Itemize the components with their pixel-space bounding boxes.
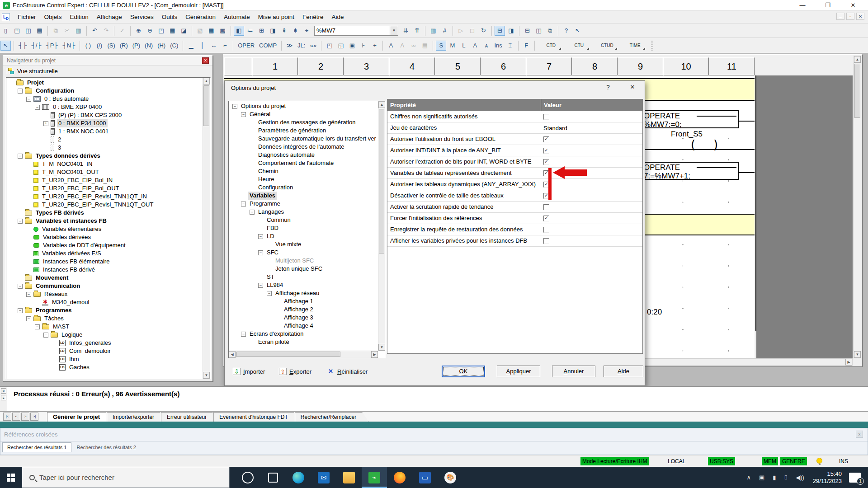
contact-nc-icon[interactable]: ┤/├ <box>29 41 43 51</box>
options-tree-item[interactable]: Heure <box>230 175 378 183</box>
navigator-tree-item[interactable]: −Variables et instances FB <box>6 217 203 225</box>
structural-view-icon[interactable]: ≔ <box>245 26 255 36</box>
expander-icon[interactable]: − <box>232 104 237 109</box>
navigator-tree-item[interactable]: Instances FB élémentaire <box>6 258 203 266</box>
expander-icon[interactable]: − <box>26 292 31 297</box>
coil-icon[interactable]: ( <box>691 138 695 151</box>
contact-p-icon[interactable]: ┤P├ <box>44 41 60 51</box>
menu-fen-tre[interactable]: Fenêtre <box>298 14 328 20</box>
checkbox[interactable] <box>543 148 549 154</box>
tile-vertical-icon[interactable]: ◫ <box>533 26 544 36</box>
tray-network-icon[interactable]: ⌷ <box>784 474 788 481</box>
options-tree-item[interactable]: −Général <box>230 110 378 118</box>
coil-reset-icon[interactable]: (R) <box>118 41 130 51</box>
options-tree-item[interactable]: Variables <box>230 192 378 200</box>
font-small-icon[interactable]: S <box>436 41 446 51</box>
exporter-button[interactable]: ⇧Exporter <box>279 366 311 376</box>
coil-call-icon[interactable]: (C) <box>168 41 180 51</box>
expander-icon[interactable]: − <box>18 308 23 313</box>
checkbox[interactable] <box>543 238 549 244</box>
close-button[interactable]: ✕ <box>843 0 863 10</box>
options-tree-item[interactable]: Paramètres de génération <box>230 127 378 135</box>
output-tab-ev-nement-d-historique-fdt[interactable]: Evénement d'historique FDT <box>213 412 300 422</box>
cascade-windows-icon[interactable]: ⧉ <box>545 26 555 36</box>
options-tree-vscrollbar[interactable]: ▲ ▼ <box>378 101 385 351</box>
navigator-close-icon[interactable]: ✕ <box>202 57 209 64</box>
dialog-close-button[interactable]: ✕ <box>627 84 638 90</box>
navigator-tree-item[interactable]: −Communication <box>6 282 203 290</box>
ffb-f-icon[interactable]: F <box>521 41 532 51</box>
tile-horizontal-icon[interactable]: ⊟ <box>522 26 533 36</box>
tray-chevron-icon[interactable]: ∧ <box>746 474 751 481</box>
checkbox[interactable] <box>543 216 549 221</box>
remote-desktop-icon[interactable]: ▭ <box>412 467 438 488</box>
address-combobox-value[interactable]: %MW7 <box>314 26 390 36</box>
time-block-button[interactable]: TIME <box>624 40 646 51</box>
print-icon[interactable]: ▤ <box>34 26 45 36</box>
navigator-scrollbar[interactable]: ▲ ▼ <box>203 78 210 379</box>
menu-mise-au-point[interactable]: Mise au point <box>254 14 298 20</box>
jump-icon[interactable]: ≫ <box>284 41 295 51</box>
navigator-tree-item[interactable]: Types FB dérivés <box>6 209 203 217</box>
output-tab-erreur-utilisateur[interactable]: Erreur utilisateur <box>161 412 219 422</box>
navigator-tree-item[interactable]: Gaches <box>6 363 203 371</box>
structural-view-header[interactable]: Vue structurelle <box>3 66 212 76</box>
undo-icon[interactable]: ↶ <box>90 26 100 36</box>
data-selection-icon[interactable]: ▣ <box>347 41 357 51</box>
menu-affichage[interactable]: Affichage <box>93 14 126 20</box>
font-large-icon[interactable]: L <box>458 41 469 51</box>
property-row[interactable]: Autoriser les tableaux dynamiques (ANY_A… <box>387 179 642 190</box>
options-tree-item[interactable]: Multijeton SFC <box>230 257 378 265</box>
operate-block-icon[interactable]: OPER <box>236 41 256 51</box>
child-minimize-button[interactable]: – <box>836 13 844 20</box>
menu-automate[interactable]: Automate <box>220 14 254 20</box>
options-tree-item[interactable]: −Options du projet <box>230 102 378 110</box>
navigator-tree-item[interactable]: (P) (P) : BMX CPS 2000 <box>6 111 203 119</box>
contact-n-icon[interactable]: ┤N├ <box>61 41 77 51</box>
zoom-in-icon[interactable]: ⊕ <box>133 26 144 36</box>
open-file-icon[interactable]: ◰ <box>12 26 22 36</box>
font-medium-icon[interactable]: M <box>447 41 458 51</box>
expander-icon[interactable]: − <box>26 316 31 321</box>
menu-aide[interactable]: Aide <box>328 14 348 20</box>
mail-icon[interactable]: ✉ <box>311 467 336 488</box>
navigator-tree-item[interactable]: Mouvement <box>6 274 203 282</box>
coil-set-icon[interactable]: (S) <box>105 41 117 51</box>
property-row[interactable]: Afficher les variables privées pour les … <box>387 235 642 247</box>
column-mode-icon[interactable]: ⌶ <box>505 41 515 51</box>
menu-outils[interactable]: Outils <box>158 14 182 20</box>
task-view-button[interactable] <box>260 467 286 488</box>
navigator-tree-item[interactable]: 1 : BMX NOC 0401 <box>6 127 203 136</box>
cortana-button[interactable] <box>235 467 260 488</box>
checkbox[interactable] <box>543 204 549 210</box>
annuler-button[interactable]: Annuler <box>552 366 595 377</box>
hmi-screens-icon[interactable]: ⊟ <box>495 26 505 36</box>
navigator-tree-item[interactable]: Instances FB dérivé <box>6 266 203 274</box>
inspect-icon[interactable]: ∞ <box>408 41 419 51</box>
tray-battery-icon[interactable]: ▮ <box>773 474 776 481</box>
options-tree-item[interactable]: FBD <box>230 224 378 232</box>
options-tree-item[interactable]: Vue mixte <box>230 240 378 249</box>
dock-splitter[interactable] <box>0 422 868 428</box>
expander-icon[interactable]: − <box>18 154 23 159</box>
firefox-icon[interactable] <box>387 467 412 488</box>
menu-g-n-ration[interactable]: Génération <box>181 14 220 20</box>
options-tree-item[interactable]: Jeton unique SFC <box>230 265 378 273</box>
tab-first-button[interactable]: |< <box>3 413 11 421</box>
ecostruxure-taskbar-icon[interactable]: ⌁ <box>362 467 387 488</box>
checkbox[interactable] <box>543 114 549 120</box>
importer-button[interactable]: ⇩Importer <box>233 366 265 376</box>
generate-changes-icon[interactable]: ▦ <box>206 26 217 36</box>
options-tree-item[interactable]: −Langages <box>230 208 378 216</box>
appliquer-button[interactable]: Appliquer <box>497 366 540 377</box>
options-tree-item[interactable]: Affichage 4 <box>230 322 378 330</box>
draw-hline-icon[interactable]: ▁ <box>186 41 196 51</box>
options-tree-item[interactable]: Gestion des messages de génération <box>230 118 378 127</box>
crossref-tab[interactable]: Rechercher des résultats 2 <box>71 442 141 452</box>
variables-window-icon[interactable]: ◨ <box>506 26 516 36</box>
coil-p-icon[interactable]: (P) <box>131 41 142 51</box>
run-icon[interactable]: ▷ <box>456 26 466 36</box>
coil-halt-icon[interactable]: (H) <box>156 41 167 51</box>
expander-icon[interactable]: − <box>241 112 246 117</box>
ffb-wizard-icon[interactable]: ◰ <box>324 41 335 51</box>
